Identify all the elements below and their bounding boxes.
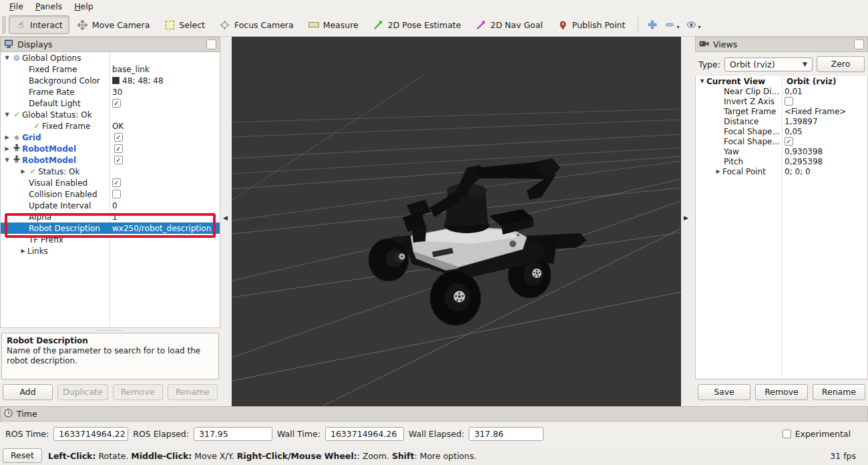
add-tool-button[interactable] [644,17,661,32]
checkbox[interactable]: ✓ [112,178,121,187]
collapse-arrow-icon[interactable]: ▶ [19,168,27,174]
tree-row-robotmodel-display[interactable]: ▼RobotModel ✓ [1,154,220,166]
checkbox[interactable]: ✓ [112,99,121,108]
checkbox[interactable]: ✓ [114,144,123,153]
tree-row-current-view[interactable]: ▼Current View Orbit (rviz) [696,76,867,86]
rename-button[interactable]: Rename [168,384,218,400]
experimental-checkbox[interactable] [783,430,791,438]
ros-elapsed-input[interactable]: 317.95 [194,427,272,441]
time-panel-header[interactable]: Time [0,406,868,422]
tree-row[interactable]: Background Color 48; 48; 48 [1,75,220,86]
checkbox[interactable] [112,190,121,198]
visibility-tool-button[interactable]: ▾ [682,17,704,32]
ros-time-input[interactable]: 1633714964.22 [53,427,128,441]
collapse-arrow-icon[interactable]: ▼ [698,78,706,84]
collapse-arrow-icon[interactable]: ▶ [3,146,11,152]
menu-panels[interactable]: Panels [30,1,67,13]
checkbox[interactable]: ✓ [114,156,123,164]
tree-row[interactable]: ✓Fixed Frame OK [1,120,220,132]
tree-row-robotmodel-display[interactable]: ▶RobotModel ✓ [1,143,220,154]
tree-row[interactable]: Collision Enabled [1,188,220,200]
remove-button[interactable]: Remove [113,384,163,400]
wall-time-input[interactable]: 1633714964.26 [325,427,404,441]
magenta-arrow-icon [475,19,486,30]
wall-time-label: Wall Time: [277,429,320,439]
view-type-row: Type: Orbit (rviz) ▼ Zero [695,52,868,76]
menu-file[interactable]: File [4,1,29,13]
checkbox[interactable]: ✓ [785,137,793,146]
tree-row[interactable]: ▼✓Global Status: Ok [1,109,220,120]
displays-tree[interactable]: ▼⚙Global Options Fixed Frame base_link B… [0,52,220,328]
render-view [232,37,681,406]
help-body: Name of the parameter to search for to l… [7,346,200,365]
collapse-arrow-icon[interactable]: ▶ [3,134,11,140]
remove-button[interactable]: Remove [755,384,808,400]
tree-row[interactable]: Yaw 0,930398 [696,146,867,156]
focus-camera-tool-button[interactable]: Focus Camera [213,15,300,34]
move-arrows-icon [77,19,88,30]
undock-button[interactable] [854,39,864,49]
remove-tool-button[interactable]: ▾ [661,17,682,32]
tree-row[interactable]: Focal Shape... 0,05 [696,126,867,136]
reset-button[interactable]: Reset [3,448,42,463]
tree-row[interactable]: Near Clip Di... 0,01 [696,86,867,96]
tree-row[interactable]: ▶Focal Point 0; 0; 0 [696,166,867,176]
tree-row-grid-display[interactable]: ▶◈Grid ✓ [1,132,220,143]
tree-row[interactable]: Invert Z Axis [696,96,867,106]
collapse-arrow-icon[interactable]: ▼ [3,157,11,163]
nav-goal-tool-button[interactable]: 2D Nav Goal [469,15,549,34]
focus-camera-label: Focus Camera [234,20,294,30]
add-button[interactable]: Add [3,384,53,400]
checkbox[interactable]: ✓ [114,133,123,142]
collapse-arrow-icon[interactable]: ▶ [19,248,27,254]
help-splitter-handle[interactable] [0,328,220,333]
rename-button[interactable]: Rename [813,384,865,400]
views-tree[interactable]: ▼Current View Orbit (rviz) Near Clip Di.… [695,76,868,379]
view-type-combobox[interactable]: Orbit (rviz) ▼ [724,57,813,71]
menu-help[interactable]: Help [69,1,99,13]
tree-row-robot-description[interactable]: Robot Description wx250/robot_descriptio… [1,222,220,234]
tree-row[interactable]: Update Interval 0 [1,200,220,211]
ros-time-label: ROS Time: [5,429,49,439]
left-splitter[interactable]: ◀ [220,37,232,406]
displays-panel-header[interactable]: Displays [0,37,220,52]
tree-row[interactable]: Frame Rate 30 [1,86,220,98]
undock-button[interactable] [206,39,216,49]
tree-row[interactable]: Alpha 1 [1,211,220,222]
tree-row[interactable]: ▼⚙Global Options [1,52,220,63]
move-camera-tool-button[interactable]: Move Camera [71,15,157,34]
measure-tool-button[interactable]: Measure [302,15,365,34]
tree-row[interactable]: Visual Enabled ✓ [1,177,220,188]
interact-tool-button[interactable]: ☝ Interact [9,15,69,34]
duplicate-button[interactable]: Duplicate [57,384,107,400]
toolbar-drag-handle[interactable] [2,16,6,33]
select-tool-button[interactable]: Select [158,15,212,34]
right-splitter[interactable]: ▶ [681,37,695,406]
status-bar: Reset Left-Click: Rotate. Middle-Click: … [0,446,868,465]
clock-icon [4,409,13,420]
zero-button[interactable]: Zero [817,56,865,72]
views-panel-header[interactable]: Views [695,37,868,52]
tree-row[interactable]: Target Frame <Fixed Frame> [696,106,867,116]
collapse-left-icon[interactable]: ◀ [223,214,228,221]
collapse-arrow-icon[interactable]: ▼ [3,112,11,118]
collapse-arrow-icon[interactable]: ▶ [714,168,722,174]
tree-row[interactable]: Focal Shape... ✓ [696,136,867,146]
tree-row[interactable]: TF Prefix [1,234,220,245]
3d-viewport[interactable] [232,37,681,406]
crosshair-icon [220,19,230,30]
collapse-arrow-icon[interactable]: ▼ [3,55,11,61]
wall-elapsed-input[interactable]: 317.86 [469,427,544,441]
collapse-right-icon[interactable]: ▶ [684,214,688,221]
tree-row[interactable]: Fixed Frame base_link [1,63,220,75]
tree-row[interactable]: Default Light ✓ [1,98,220,109]
tree-row[interactable]: Pitch 0,295398 [696,156,867,166]
views-buttons: Save Remove Rename [695,379,868,406]
tree-row[interactable]: Distance 1,39897 [696,116,867,126]
tree-row[interactable]: ▶Links [1,245,220,257]
pose-estimate-tool-button[interactable]: 2D Pose Estimate [367,15,468,34]
save-button[interactable]: Save [698,384,750,400]
tree-row[interactable]: ▶✓Status: Ok [1,166,220,177]
checkbox[interactable] [785,97,793,106]
publish-point-tool-button[interactable]: Publish Point [551,15,632,34]
